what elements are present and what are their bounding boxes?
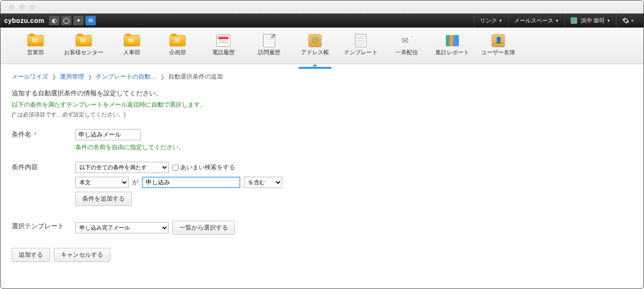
main-toolbar: 営業部 お客様センター 人事部 企画部 電話履歴 訪問履歴 アドレス帳 テンプ	[0, 28, 644, 64]
content-area: メールワイズ ❯ 運用管理 ❯ テンプレートの自動… ❯ 自動選択条件の追加 追…	[0, 64, 644, 270]
condition-name-input[interactable]	[75, 129, 141, 140]
phone-list-icon	[215, 35, 231, 47]
traffic-light-close[interactable]	[9, 4, 14, 10]
toolbar-item-template[interactable]: テンプレート	[340, 32, 382, 60]
toolbar-label: 人事部	[123, 49, 140, 57]
page-description: 追加する自動選択条件の情報を設定してください。	[12, 89, 632, 98]
toolbar-label: 集計レポート	[436, 49, 469, 57]
checkbox-label: あいまい検索をする	[180, 163, 235, 172]
match-mode-select[interactable]: 以下の全ての条件を満たす	[75, 162, 169, 173]
address-book-icon	[307, 35, 323, 47]
top-icon-3[interactable]: ✦	[73, 16, 84, 25]
browse-templates-button[interactable]: 一覧から選択する	[172, 221, 235, 235]
add-condition-button[interactable]: 条件を追加する	[75, 192, 132, 206]
form-row-name: 条件名 * 条件の名前を自由に指定してください。	[12, 129, 632, 152]
toolbar-item-userlist[interactable]: ユーザー名簿	[477, 32, 519, 60]
chevron-right-icon: ❯	[52, 74, 56, 80]
form-label-name: 条件名 *	[12, 129, 75, 139]
chevron-down-icon: ▼	[555, 19, 559, 23]
gear-icon	[622, 17, 630, 24]
app-window: cybozu.com ◐ ◯ ✦ ✉ リンク ▼ メールスペース ▼ 浜中 崇司…	[0, 0, 644, 289]
form-row-conditions: 条件内容 以下の全ての条件を満たす あいまい検索をする 本文 が	[12, 162, 632, 210]
breadcrumb-link[interactable]: テンプレートの自動…	[96, 72, 157, 81]
toolbar-label: お客様センター	[64, 49, 103, 57]
breadcrumb-current: 自動選択条件の追加	[168, 72, 223, 81]
toolbar-item-hr[interactable]: 人事部	[111, 32, 153, 60]
report-chart-icon	[444, 35, 460, 47]
window-titlebar	[0, 0, 644, 14]
action-buttons: 追加する キャンセルする	[12, 248, 632, 262]
connector-text: が	[132, 178, 138, 187]
submit-button[interactable]: 追加する	[12, 248, 50, 262]
toolbar-item-addressbook[interactable]: アドレス帳	[294, 32, 336, 60]
user-book-icon	[490, 35, 506, 47]
toolbar-label: 電話履歴	[212, 49, 235, 57]
form-label-template: 選択テンプレート	[12, 221, 75, 231]
toolbar-item-broadcast[interactable]: 一斉配信	[386, 32, 428, 60]
top-menu-user-label: 浜中 崇司	[581, 17, 605, 25]
label-text: 条件名	[12, 130, 31, 138]
breadcrumb-link[interactable]: 運用管理	[60, 72, 84, 81]
toolbar-item-planning[interactable]: 企画部	[157, 32, 199, 60]
avatar-icon	[571, 17, 577, 24]
broadcast-icon	[399, 35, 415, 47]
top-menu-mailspace[interactable]: メールスペース ▼	[508, 14, 565, 28]
label-text: 選択テンプレート	[12, 222, 64, 230]
toolbar-label: 営業部	[27, 49, 44, 57]
toolbar-item-visit-history[interactable]: 訪問履歴	[248, 32, 290, 60]
template-select[interactable]: 申し込み完了メール	[75, 222, 169, 233]
topbar-icons: ◐ ◯ ✦ ✉	[49, 16, 96, 25]
toolbar-item-phone-history[interactable]: 電話履歴	[202, 32, 244, 60]
required-note: (* は必須項目です。必ず設定してください。)	[12, 111, 632, 119]
cancel-button[interactable]: キャンセルする	[54, 248, 110, 262]
traffic-light-min[interactable]	[19, 4, 25, 10]
toolbar-label: アドレス帳	[301, 49, 329, 57]
top-menu-mailspace-label: メールスペース	[514, 17, 553, 25]
match-type-select[interactable]: を含む	[244, 177, 282, 188]
toolbar-label: ユーザー名簿	[481, 49, 515, 57]
traffic-light-max[interactable]	[29, 4, 35, 10]
toolbar-label: テンプレート	[344, 49, 378, 57]
brand-logo: cybozu.com	[4, 17, 44, 24]
toolbar-item-sales[interactable]: 営業部	[14, 32, 57, 60]
folder-mail-icon	[76, 35, 92, 47]
breadcrumb-link[interactable]: メールワイズ	[12, 72, 48, 81]
chevron-right-icon: ❯	[88, 74, 92, 80]
form-label-conditions: 条件内容	[12, 162, 75, 172]
chevron-right-icon: ❯	[160, 74, 165, 80]
fuzzy-search-checkbox[interactable]	[172, 165, 179, 171]
doc-pen-icon	[261, 35, 277, 47]
required-star: *	[34, 131, 36, 138]
folder-mail-icon	[170, 35, 186, 47]
form-row-template: 選択テンプレート 申し込み完了メール 一覧から選択する	[12, 221, 632, 238]
top-menu: リンク ▼ メールスペース ▼ 浜中 崇司 ▼ ▼	[474, 14, 640, 28]
settings-button[interactable]: ▼	[616, 14, 640, 28]
mail-icon[interactable]: ✉	[86, 16, 96, 25]
keyword-input[interactable]	[142, 177, 240, 188]
top-menu-link[interactable]: リンク ▼	[474, 14, 508, 28]
field-select[interactable]: 本文	[75, 177, 129, 188]
top-icon-1[interactable]: ◐	[49, 16, 59, 25]
top-menu-link-label: リンク	[480, 17, 497, 25]
toolbar-item-customer[interactable]: お客様センター	[60, 32, 107, 60]
fuzzy-search-label[interactable]: あいまい検索をする	[172, 163, 235, 172]
breadcrumb: メールワイズ ❯ 運用管理 ❯ テンプレートの自動… ❯ 自動選択条件の追加	[12, 72, 632, 81]
chevron-down-icon: ▼	[630, 19, 634, 23]
toolbar-label: 一斉配信	[395, 49, 418, 57]
template-doc-icon	[353, 35, 369, 47]
note-text: は必須項目です。必ず設定してください。)	[16, 111, 126, 118]
toolbar-label: 訪問履歴	[258, 49, 280, 57]
folder-mail-icon	[28, 35, 43, 47]
toolbar-label: 企画部	[169, 49, 186, 57]
chevron-down-icon: ▼	[607, 19, 610, 23]
hint-text: 条件の名前を自由に指定してください。	[75, 143, 632, 152]
label-text: 条件内容	[12, 163, 38, 171]
toolbar-item-report[interactable]: 集計レポート	[431, 32, 473, 60]
topbar: cybozu.com ◐ ◯ ✦ ✉ リンク ▼ メールスペース ▼ 浜中 崇司…	[0, 14, 644, 28]
page-subdescription: 以下の条件を満たすテンプレートをメール返信時に自動で選択します。	[12, 101, 632, 109]
chevron-down-icon: ▼	[499, 19, 502, 23]
top-menu-user[interactable]: 浜中 崇司 ▼	[565, 14, 616, 28]
folder-mail-icon	[124, 35, 140, 47]
top-icon-2[interactable]: ◯	[61, 16, 72, 25]
